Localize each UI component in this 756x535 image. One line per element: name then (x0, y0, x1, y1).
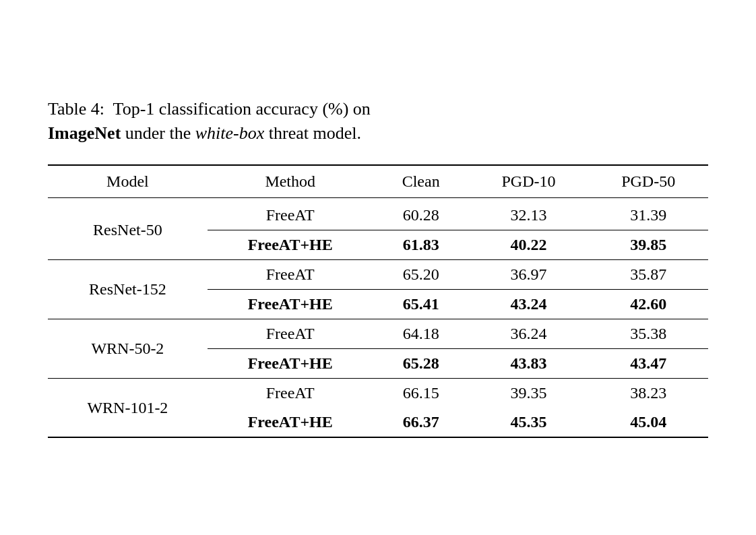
method-label: FreeAT+HE (208, 230, 373, 260)
pgd50-value: 42.60 (588, 290, 708, 319)
he-label: HE (309, 413, 333, 431)
pgd10-value: 43.24 (469, 290, 589, 319)
table-row: ResNet-152 FreeAT 65.20 36.97 35.87 (48, 260, 708, 290)
he-label: HE (309, 295, 333, 313)
clean-value: 65.28 (373, 349, 469, 379)
clean-value: 64.18 (373, 319, 469, 349)
header-pgd10: PGD-10 (469, 165, 589, 198)
pgd10-value: 40.22 (469, 230, 589, 260)
clean-value: 61.83 (373, 230, 469, 260)
model-label: ResNet-152 (48, 260, 208, 319)
table-row: WRN-50-2 FreeAT 64.18 36.24 35.38 (48, 319, 708, 349)
pgd50-value: 43.47 (588, 349, 708, 379)
pgd50-value: 38.23 (588, 379, 708, 408)
results-table: Model Method Clean PGD-10 PGD-50 ResNet-… (48, 164, 708, 438)
header-pgd50: PGD-50 (588, 165, 708, 198)
table-row: ResNet-50 FreeAT 60.28 32.13 31.39 (48, 198, 708, 230)
clean-value: 66.15 (373, 379, 469, 408)
clean-value: 65.20 (373, 260, 469, 290)
pgd50-value: 35.87 (588, 260, 708, 290)
pgd50-value: 45.04 (588, 408, 708, 437)
method-label: FreeAT+HE (208, 349, 373, 379)
model-label: WRN-101-2 (48, 379, 208, 438)
method-label: FreeAT (208, 198, 373, 230)
caption-text1: under the (121, 123, 195, 143)
model-label: WRN-50-2 (48, 319, 208, 379)
caption-line1: Table 4: Top-1 classification accuracy (… (48, 99, 371, 119)
header-model: Model (48, 165, 208, 198)
method-label: FreeAT+HE (208, 290, 373, 319)
caption-text2: threat model. (264, 123, 361, 143)
pgd10-value: 45.35 (469, 408, 589, 437)
table-caption: Table 4: Top-1 classification accuracy (… (48, 97, 708, 146)
clean-value: 66.37 (373, 408, 469, 437)
header-method: Method (208, 165, 373, 198)
table-header-row: Model Method Clean PGD-10 PGD-50 (48, 165, 708, 198)
pgd10-value: 43.83 (469, 349, 589, 379)
caption-imagenet: ImageNet (48, 123, 121, 143)
table-row: WRN-101-2 FreeAT 66.15 39.35 38.23 (48, 379, 708, 408)
he-label: HE (309, 236, 333, 253)
pgd10-value: 32.13 (469, 198, 589, 230)
method-label: FreeAT (208, 319, 373, 349)
pgd50-value: 39.85 (588, 230, 708, 260)
model-label: ResNet-50 (48, 198, 208, 260)
method-label: FreeAT (208, 379, 373, 408)
clean-value: 65.41 (373, 290, 469, 319)
header-clean: Clean (373, 165, 469, 198)
clean-value: 60.28 (373, 198, 469, 230)
pgd50-value: 35.38 (588, 319, 708, 349)
method-label: FreeAT+HE (208, 408, 373, 437)
pgd10-value: 36.97 (469, 260, 589, 290)
caption-whitebox: white-box (195, 123, 265, 143)
page-container: Table 4: Top-1 classification accuracy (… (48, 97, 708, 439)
pgd50-value: 31.39 (588, 198, 708, 230)
he-label: HE (309, 354, 333, 372)
method-label: FreeAT (208, 260, 373, 290)
pgd10-value: 39.35 (469, 379, 589, 408)
pgd10-value: 36.24 (469, 319, 589, 349)
